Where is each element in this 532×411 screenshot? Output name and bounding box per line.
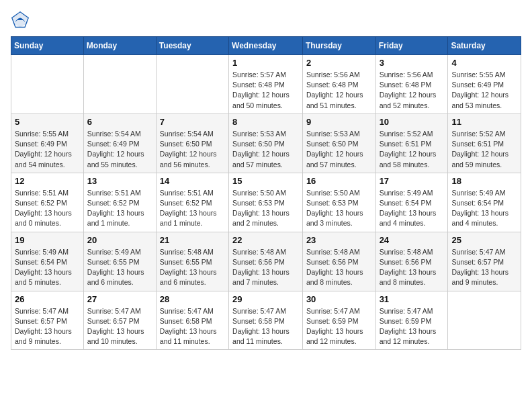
calendar-cell: 3Sunrise: 5:56 AM Sunset: 6:48 PM Daylig… <box>375 55 448 114</box>
day-info: Sunrise: 5:47 AM Sunset: 6:57 PM Dayligh… <box>87 306 152 347</box>
logo <box>11 11 32 30</box>
calendar-cell: 27Sunrise: 5:47 AM Sunset: 6:57 PM Dayli… <box>83 291 156 350</box>
calendar-cell: 5Sunrise: 5:55 AM Sunset: 6:49 PM Daylig… <box>11 113 84 173</box>
day-info: Sunrise: 5:55 AM Sunset: 6:49 PM Dayligh… <box>15 129 80 170</box>
calendar-cell: 4Sunrise: 5:55 AM Sunset: 6:49 PM Daylig… <box>448 55 521 114</box>
day-info: Sunrise: 5:49 AM Sunset: 6:54 PM Dayligh… <box>15 247 80 288</box>
day-number: 12 <box>15 176 80 186</box>
weekday-friday: Friday <box>375 37 448 55</box>
calendar-week-2: 5Sunrise: 5:55 AM Sunset: 6:49 PM Daylig… <box>11 113 521 173</box>
day-number: 22 <box>232 235 299 245</box>
calendar-cell <box>156 55 228 114</box>
weekday-wednesday: Wednesday <box>229 37 303 55</box>
calendar-week-3: 12Sunrise: 5:51 AM Sunset: 6:52 PM Dayli… <box>11 173 521 232</box>
calendar-cell: 1Sunrise: 5:57 AM Sunset: 6:48 PM Daylig… <box>229 55 303 114</box>
calendar-cell: 31Sunrise: 5:47 AM Sunset: 6:59 PM Dayli… <box>375 291 448 350</box>
calendar-cell: 15Sunrise: 5:50 AM Sunset: 6:53 PM Dayli… <box>229 173 303 232</box>
day-number: 5 <box>15 117 80 127</box>
day-number: 21 <box>160 235 225 245</box>
calendar-cell: 18Sunrise: 5:49 AM Sunset: 6:54 PM Dayli… <box>448 173 521 232</box>
day-number: 6 <box>87 117 152 127</box>
weekday-tuesday: Tuesday <box>156 37 228 55</box>
calendar-cell: 10Sunrise: 5:52 AM Sunset: 6:51 PM Dayli… <box>375 113 448 173</box>
day-info: Sunrise: 5:56 AM Sunset: 6:48 PM Dayligh… <box>380 70 445 111</box>
calendar-cell: 2Sunrise: 5:56 AM Sunset: 6:48 PM Daylig… <box>302 55 375 114</box>
day-number: 28 <box>160 294 225 304</box>
day-number: 7 <box>160 117 225 127</box>
day-number: 19 <box>15 235 80 245</box>
day-number: 26 <box>15 294 80 304</box>
day-info: Sunrise: 5:56 AM Sunset: 6:48 PM Dayligh… <box>306 70 372 111</box>
calendar-cell: 8Sunrise: 5:53 AM Sunset: 6:50 PM Daylig… <box>229 113 303 173</box>
day-info: Sunrise: 5:49 AM Sunset: 6:54 PM Dayligh… <box>380 188 445 229</box>
calendar-cell: 17Sunrise: 5:49 AM Sunset: 6:54 PM Dayli… <box>375 173 448 232</box>
weekday-sunday: Sunday <box>11 37 84 55</box>
day-info: Sunrise: 5:48 AM Sunset: 6:56 PM Dayligh… <box>232 247 299 288</box>
day-info: Sunrise: 5:53 AM Sunset: 6:50 PM Dayligh… <box>306 129 372 170</box>
calendar-cell: 21Sunrise: 5:48 AM Sunset: 6:55 PM Dayli… <box>156 232 228 291</box>
calendar-cell <box>448 291 521 350</box>
day-number: 17 <box>380 176 445 186</box>
day-info: Sunrise: 5:48 AM Sunset: 6:55 PM Dayligh… <box>160 247 225 288</box>
day-number: 30 <box>306 294 372 304</box>
weekday-thursday: Thursday <box>302 37 375 55</box>
day-number: 14 <box>160 176 225 186</box>
weekday-header-row: SundayMondayTuesdayWednesdayThursdayFrid… <box>11 37 521 55</box>
day-number: 31 <box>380 294 445 304</box>
calendar-cell: 11Sunrise: 5:52 AM Sunset: 6:51 PM Dayli… <box>448 113 521 173</box>
day-info: Sunrise: 5:47 AM Sunset: 6:58 PM Dayligh… <box>160 306 225 347</box>
day-number: 13 <box>87 176 152 186</box>
day-number: 25 <box>451 235 517 245</box>
calendar-cell: 9Sunrise: 5:53 AM Sunset: 6:50 PM Daylig… <box>302 113 375 173</box>
day-info: Sunrise: 5:50 AM Sunset: 6:53 PM Dayligh… <box>306 188 372 229</box>
day-info: Sunrise: 5:57 AM Sunset: 6:48 PM Dayligh… <box>232 70 299 111</box>
day-info: Sunrise: 5:47 AM Sunset: 6:57 PM Dayligh… <box>451 247 517 288</box>
calendar-cell: 28Sunrise: 5:47 AM Sunset: 6:58 PM Dayli… <box>156 291 228 350</box>
day-info: Sunrise: 5:51 AM Sunset: 6:52 PM Dayligh… <box>15 188 80 229</box>
day-number: 15 <box>232 176 299 186</box>
day-number: 18 <box>451 176 517 186</box>
calendar-cell: 22Sunrise: 5:48 AM Sunset: 6:56 PM Dayli… <box>229 232 303 291</box>
calendar-cell: 29Sunrise: 5:47 AM Sunset: 6:58 PM Dayli… <box>229 291 303 350</box>
calendar-cell: 20Sunrise: 5:49 AM Sunset: 6:55 PM Dayli… <box>83 232 156 291</box>
day-info: Sunrise: 5:51 AM Sunset: 6:52 PM Dayligh… <box>87 188 152 229</box>
calendar-week-5: 26Sunrise: 5:47 AM Sunset: 6:57 PM Dayli… <box>11 291 521 350</box>
calendar-cell: 14Sunrise: 5:51 AM Sunset: 6:52 PM Dayli… <box>156 173 228 232</box>
day-number: 10 <box>380 117 445 127</box>
day-number: 3 <box>380 58 445 68</box>
day-info: Sunrise: 5:48 AM Sunset: 6:56 PM Dayligh… <box>380 247 445 288</box>
calendar-cell: 7Sunrise: 5:54 AM Sunset: 6:50 PM Daylig… <box>156 113 228 173</box>
calendar-cell <box>11 55 84 114</box>
day-info: Sunrise: 5:52 AM Sunset: 6:51 PM Dayligh… <box>380 129 445 170</box>
day-info: Sunrise: 5:47 AM Sunset: 6:57 PM Dayligh… <box>15 306 80 347</box>
day-number: 9 <box>306 117 372 127</box>
day-info: Sunrise: 5:52 AM Sunset: 6:51 PM Dayligh… <box>451 129 517 170</box>
calendar-cell: 13Sunrise: 5:51 AM Sunset: 6:52 PM Dayli… <box>83 173 156 232</box>
day-info: Sunrise: 5:47 AM Sunset: 6:59 PM Dayligh… <box>306 306 372 347</box>
page-header <box>11 11 521 30</box>
calendar-cell: 25Sunrise: 5:47 AM Sunset: 6:57 PM Dayli… <box>448 232 521 291</box>
calendar-cell: 16Sunrise: 5:50 AM Sunset: 6:53 PM Dayli… <box>302 173 375 232</box>
calendar-cell: 24Sunrise: 5:48 AM Sunset: 6:56 PM Dayli… <box>375 232 448 291</box>
calendar-body: 1Sunrise: 5:57 AM Sunset: 6:48 PM Daylig… <box>11 55 521 350</box>
day-info: Sunrise: 5:55 AM Sunset: 6:49 PM Dayligh… <box>451 70 517 111</box>
calendar-header: SundayMondayTuesdayWednesdayThursdayFrid… <box>11 37 521 55</box>
calendar-cell: 19Sunrise: 5:49 AM Sunset: 6:54 PM Dayli… <box>11 232 84 291</box>
day-info: Sunrise: 5:50 AM Sunset: 6:53 PM Dayligh… <box>232 188 299 229</box>
day-number: 2 <box>306 58 372 68</box>
calendar-table: SundayMondayTuesdayWednesdayThursdayFrid… <box>11 36 521 350</box>
day-info: Sunrise: 5:54 AM Sunset: 6:49 PM Dayligh… <box>87 129 152 170</box>
weekday-monday: Monday <box>83 37 156 55</box>
calendar-cell: 6Sunrise: 5:54 AM Sunset: 6:49 PM Daylig… <box>83 113 156 173</box>
day-info: Sunrise: 5:51 AM Sunset: 6:52 PM Dayligh… <box>160 188 225 229</box>
day-info: Sunrise: 5:49 AM Sunset: 6:55 PM Dayligh… <box>87 247 152 288</box>
day-info: Sunrise: 5:54 AM Sunset: 6:50 PM Dayligh… <box>160 129 225 170</box>
day-number: 24 <box>380 235 445 245</box>
day-number: 23 <box>306 235 372 245</box>
day-info: Sunrise: 5:47 AM Sunset: 6:58 PM Dayligh… <box>232 306 299 347</box>
calendar-week-4: 19Sunrise: 5:49 AM Sunset: 6:54 PM Dayli… <box>11 232 521 291</box>
day-number: 8 <box>232 117 299 127</box>
day-info: Sunrise: 5:53 AM Sunset: 6:50 PM Dayligh… <box>232 129 299 170</box>
calendar-cell: 26Sunrise: 5:47 AM Sunset: 6:57 PM Dayli… <box>11 291 84 350</box>
day-number: 29 <box>232 294 299 304</box>
